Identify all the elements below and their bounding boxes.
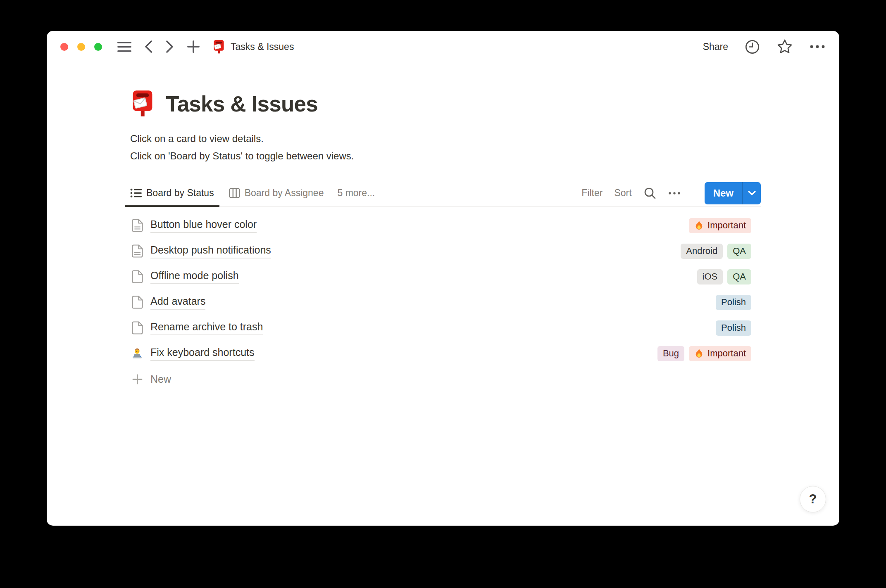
- task-title[interactable]: Fix keyboard shortcuts: [150, 346, 255, 361]
- app-window: Tasks & Issues Share: [47, 31, 839, 526]
- sort-button[interactable]: Sort: [614, 187, 631, 199]
- task-title[interactable]: Offline mode polish: [150, 270, 239, 284]
- status-badge[interactable]: QA: [727, 269, 751, 285]
- postbox-icon[interactable]: [130, 90, 155, 118]
- status-badge[interactable]: Polish: [716, 320, 751, 336]
- table-row[interactable]: Offline mode polish iOS QA: [130, 264, 761, 289]
- view-actions: Filter Sort New: [581, 182, 761, 204]
- clock-icon[interactable]: [745, 39, 760, 55]
- task-title[interactable]: Add avatars: [150, 295, 205, 310]
- close-window-button[interactable]: [60, 43, 68, 51]
- tag-group: Bug Important: [657, 346, 751, 361]
- titlebar-nav: [117, 40, 200, 53]
- help-button[interactable]: ?: [800, 486, 826, 512]
- plus-icon: [131, 374, 143, 385]
- search-icon[interactable]: [643, 187, 657, 200]
- page-header: Tasks & Issues: [130, 90, 761, 118]
- breadcrumb[interactable]: Tasks & Issues: [212, 40, 294, 54]
- table-row[interactable]: Fix keyboard shortcuts Bug Important: [130, 341, 761, 366]
- postbox-icon: [212, 40, 225, 54]
- new-tab-plus-icon[interactable]: [187, 40, 200, 53]
- technologist-icon: [131, 347, 143, 360]
- tag-label: Android: [686, 246, 717, 256]
- description-line: Click on a card to view details.: [130, 130, 761, 147]
- description-line: Click on 'Board by Status' to toggle bet…: [130, 147, 761, 165]
- tag-label: Polish: [721, 322, 746, 333]
- status-badge[interactable]: Important: [689, 218, 751, 233]
- add-new-row-button[interactable]: New: [130, 366, 761, 392]
- forward-icon[interactable]: [165, 40, 174, 53]
- status-badge[interactable]: Bug: [657, 346, 684, 361]
- traffic-lights: [60, 43, 102, 51]
- document-blank-icon: [131, 296, 143, 309]
- page-description: Click on a card to view details. Click o…: [130, 130, 761, 165]
- status-badge[interactable]: iOS: [697, 269, 723, 285]
- tag-group: Polish: [716, 320, 751, 336]
- breadcrumb-title: Tasks & Issues: [231, 41, 294, 52]
- tag-group: iOS QA: [697, 269, 751, 285]
- tag-label: Bug: [663, 348, 679, 359]
- task-title[interactable]: Button blue hover color: [150, 218, 257, 233]
- tag-label: Important: [707, 220, 746, 231]
- table-row[interactable]: Rename archive to trash Polish: [130, 315, 761, 341]
- fire-icon: [694, 348, 704, 359]
- table-row[interactable]: Button blue hover color Important: [130, 213, 761, 238]
- status-badge[interactable]: Polish: [716, 295, 751, 310]
- add-new-row-label: New: [150, 373, 171, 385]
- document-blank-icon: [131, 321, 143, 334]
- tab-board-by-assignee[interactable]: Board by Assignee: [224, 180, 329, 206]
- tag-label: Important: [707, 348, 746, 359]
- tag-group: Android QA: [681, 244, 751, 259]
- page-title: Tasks & Issues: [166, 91, 318, 116]
- chevron-down-icon[interactable]: [743, 182, 761, 204]
- tab-board-by-status[interactable]: Board by Status: [125, 180, 219, 206]
- share-button[interactable]: Share: [703, 41, 728, 52]
- minimize-window-button[interactable]: [77, 43, 85, 51]
- titlebar: Tasks & Issues Share: [47, 31, 839, 62]
- fire-icon: [694, 220, 704, 231]
- table-row[interactable]: Desktop push notifications Android QA: [130, 238, 761, 264]
- new-button[interactable]: New: [705, 182, 761, 204]
- tag-group: Polish: [716, 295, 751, 310]
- status-badge[interactable]: QA: [727, 244, 751, 259]
- tag-label: QA: [733, 246, 746, 256]
- ellipsis-icon[interactable]: [810, 45, 825, 49]
- tag-label: QA: [733, 271, 746, 282]
- board-view-icon: [229, 188, 240, 198]
- status-badge[interactable]: Important: [689, 346, 751, 361]
- list-view-icon: [130, 188, 142, 198]
- document-text-icon: [131, 219, 143, 232]
- document-blank-icon: [131, 270, 143, 283]
- tag-label: Polish: [721, 297, 746, 308]
- page-content: Tasks & Issues Click on a card to view d…: [130, 90, 761, 392]
- star-icon[interactable]: [776, 39, 793, 55]
- task-title[interactable]: Rename archive to trash: [150, 321, 263, 335]
- tab-label: Board by Assignee: [245, 187, 324, 199]
- table-row[interactable]: Add avatars Polish: [130, 289, 761, 315]
- ellipsis-icon[interactable]: [668, 192, 681, 195]
- filter-button[interactable]: Filter: [581, 187, 603, 199]
- task-title[interactable]: Desktop push notifications: [150, 244, 271, 258]
- task-list: Button blue hover color Important: [130, 213, 761, 392]
- zoom-window-button[interactable]: [94, 43, 102, 51]
- hamburger-icon[interactable]: [117, 41, 131, 52]
- tag-label: iOS: [703, 271, 718, 282]
- tab-more-views[interactable]: 5 more...: [333, 180, 379, 206]
- back-icon[interactable]: [144, 40, 153, 53]
- status-badge[interactable]: Android: [681, 244, 723, 259]
- view-bar: Board by Status Board by Assignee 5 more…: [130, 180, 761, 207]
- document-text-icon: [131, 244, 143, 258]
- tab-label: Board by Status: [146, 187, 214, 199]
- view-tabs: Board by Status Board by Assignee 5 more…: [125, 180, 379, 206]
- titlebar-actions: Share: [703, 39, 825, 55]
- tag-group: Important: [689, 218, 751, 233]
- new-button-label[interactable]: New: [705, 182, 742, 204]
